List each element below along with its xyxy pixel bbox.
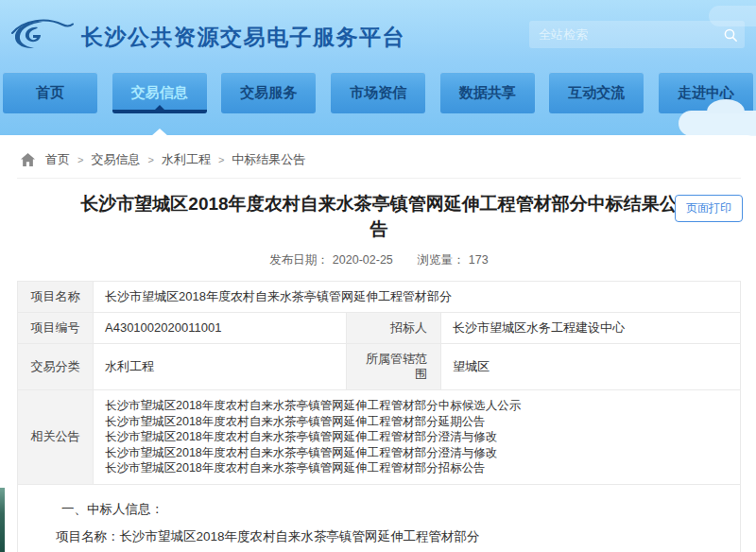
category-value: 水利工程 (94, 344, 347, 390)
related-announcement-link[interactable]: 长沙市望城区2018年度农村自来水茶亭镇管网延伸工程管材部分澄清与修改 (105, 429, 729, 445)
announcement-body: 一、中标人信息： 项目名称：长沙市望城区2018年度农村自来水茶亭镇管网延伸工程… (17, 485, 741, 552)
related-announcement-link[interactable]: 长沙市望城区2018年度农村自来水茶亭镇管网延伸工程管材部分延期公告 (105, 414, 729, 430)
table-row: 相关公告 长沙市望城区2018年度农村自来水茶亭镇管网延伸工程管材部分中标候选人… (18, 390, 741, 485)
site-title: 长沙公共资源交易电子服务平台 (81, 23, 405, 52)
main-nav: 首页 交易信息 交易服务 市场资信 数据共享 互动交流 走进中心 (0, 72, 756, 113)
header: 长沙公共资源交易电子服务平台 首页 交易信息 交易服务 市场资信 数据共享 互动… (0, 0, 756, 135)
table-row: 项目名称 长沙市望城区2018年度农村自来水茶亭镇管网延伸工程管材部分 (18, 282, 741, 313)
table-row: 项目编号 A4301002020011001 招标人 长沙市望城区水务工程建设中… (18, 313, 741, 344)
breadcrumb: 首页 > 交易信息 > 水利工程 > 中标结果公告 (17, 135, 741, 179)
tenderee-label: 招标人 (347, 313, 441, 344)
related-announcements-label: 相关公告 (18, 390, 94, 485)
related-announcement-link[interactable]: 长沙市望城区2018年度农村自来水茶亭镇管网延伸工程管材部分招标公告 (105, 460, 729, 476)
cloud-decoration (679, 111, 756, 136)
breadcrumb-water-projects[interactable]: 水利工程 (162, 151, 211, 168)
related-announcement-link[interactable]: 长沙市望城区2018年度农村自来水茶亭镇管网延伸工程管材部分中标候选人公示 (105, 398, 729, 414)
site-logo-icon (9, 17, 74, 57)
tab-market-credit[interactable]: 市场资信 (331, 72, 425, 113)
page: 长沙公共资源交易电子服务平台 首页 交易信息 交易服务 市场资信 数据共享 互动… (0, 0, 756, 552)
cloud-decoration (709, 6, 756, 26)
winner-info-heading: 一、中标人信息： (56, 501, 725, 518)
project-name-value: 长沙市望城区2018年度农村自来水茶亭镇管网延伸工程管材部分 (94, 282, 741, 313)
jurisdiction-label: 所属管辖范围 (347, 344, 441, 390)
project-no-label: 项目编号 (18, 313, 94, 344)
breadcrumb-current: 中标结果公告 (232, 151, 305, 168)
search-input[interactable] (529, 21, 716, 48)
project-name-label: 项目名称 (18, 282, 94, 313)
tab-trade-info[interactable]: 交易信息 (112, 72, 207, 113)
tab-home[interactable]: 首页 (3, 72, 97, 113)
jurisdiction-value: 望城区 (441, 344, 741, 390)
breadcrumb-separator: > (218, 154, 224, 165)
content-panel: 首页 > 交易信息 > 水利工程 > 中标结果公告 长沙市望城区2018年度农村… (2, 135, 756, 552)
breadcrumb-home[interactable]: 首页 (45, 151, 70, 168)
print-page-button[interactable]: 页面打印 (675, 195, 743, 222)
article-meta: 发布日期：2020-02-25浏览量：173 (17, 252, 741, 268)
brand: 长沙公共资源交易电子服务平台 (9, 17, 405, 57)
category-label: 交易分类 (18, 344, 94, 390)
page-title: 长沙市望城区2018年度农村自来水茶亭镇管网延伸工程管材部分中标结果公告 (77, 191, 681, 242)
project-info-table: 项目名称 长沙市望城区2018年度农村自来水茶亭镇管网延伸工程管材部分 项目编号… (17, 281, 741, 485)
views-count: 173 (469, 253, 489, 267)
tab-data-sharing[interactable]: 数据共享 (440, 72, 535, 113)
views-label: 浏览量： (418, 253, 465, 267)
breadcrumb-separator: > (77, 154, 83, 165)
publish-date-label: 发布日期： (269, 253, 329, 267)
breadcrumb-trade-info[interactable]: 交易信息 (91, 151, 140, 168)
site-search (529, 21, 745, 48)
tab-interaction[interactable]: 互动交流 (549, 72, 644, 113)
tab-trade-services[interactable]: 交易服务 (221, 72, 316, 113)
related-announcement-link[interactable]: 长沙市望城区2018年度农村自来水茶亭镇管网延伸工程管材部分澄清与修改 (105, 445, 729, 461)
project-no-value: A4301002020011001 (94, 313, 347, 344)
breadcrumb-separator: > (147, 154, 153, 165)
table-row: 交易分类 水利工程 所属管辖范围 望城区 (18, 344, 741, 390)
publish-date: 2020-02-25 (333, 253, 393, 267)
related-announcements-list: 长沙市望城区2018年度农村自来水茶亭镇管网延伸工程管材部分中标候选人公示 长沙… (105, 398, 729, 476)
winner-project-name: 项目名称：长沙市望城区2018年度农村自来水茶亭镇管网延伸工程管材部分 (56, 530, 725, 543)
tenderee-value: 长沙市望城区水务工程建设中心 (441, 313, 741, 344)
background-photo-edge (0, 488, 5, 552)
home-icon (21, 153, 35, 166)
